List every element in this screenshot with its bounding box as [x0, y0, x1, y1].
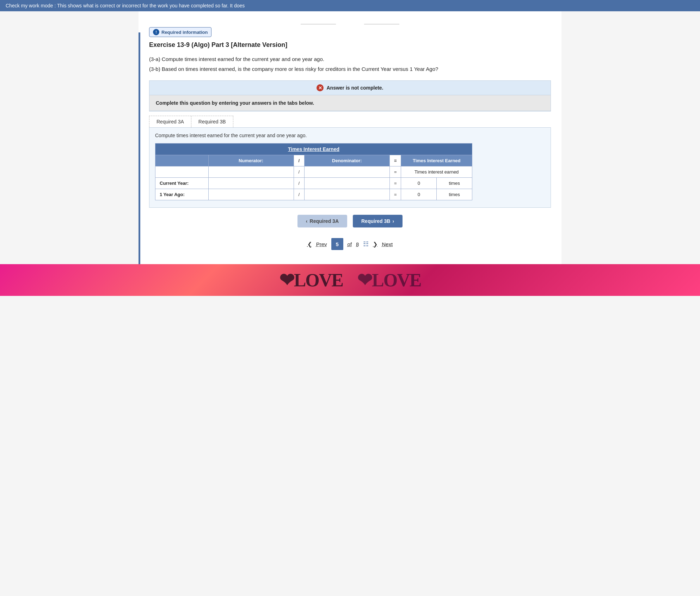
row-label-current-year: Current Year:	[155, 178, 209, 189]
denominator-input-1year[interactable]	[309, 192, 385, 197]
tab-description: Compute times interest earned for the cu…	[155, 133, 545, 138]
nav-buttons: ‹ Required 3A Required 3B ›	[149, 215, 551, 227]
prev-button-label: Required 3A	[310, 218, 339, 224]
row-label-0	[155, 166, 209, 178]
times-interest-table: Times Interest Earned Numerator: / Denom…	[155, 143, 472, 200]
of-label: of	[348, 241, 352, 247]
tab-required-3b[interactable]: Required 3B	[191, 116, 233, 127]
denominator-input-current[interactable]	[309, 181, 385, 186]
top-decoration	[149, 18, 551, 27]
error-icon: ✕	[317, 84, 324, 91]
required-info-badge: ! Required information	[149, 27, 551, 41]
complete-instruction: Complete this question by entering your …	[149, 95, 551, 111]
bottom-strip: ❤LOVE ❤LOVE	[0, 264, 700, 296]
page-number[interactable]: 5	[331, 238, 343, 250]
operator-slash-1year: /	[294, 189, 304, 200]
input-numerator-1year[interactable]	[208, 189, 294, 200]
required-badge-label: Required information	[161, 30, 208, 35]
pagination-next-arrow[interactable]: ❯	[373, 241, 377, 248]
total-pages: 8	[356, 241, 359, 247]
answer-status-box: ✕ Answer is not complete. Complete this …	[149, 80, 551, 111]
next-label[interactable]: Next	[382, 241, 393, 247]
next-button[interactable]: Required 3B ›	[353, 215, 403, 227]
table-row-1year-ago: 1 Year Ago: / = 0 times	[155, 189, 472, 200]
tab-required-3a[interactable]: Required 3A	[149, 116, 191, 127]
result-unit-1year: times	[437, 189, 472, 200]
table-row-current-year: Current Year: / = 0 times	[155, 178, 472, 189]
pagination-prev-arrow[interactable]: ❮	[307, 241, 312, 248]
numerator-input-1year[interactable]	[213, 192, 289, 197]
col-header-result: Times Interest Earned	[401, 155, 472, 166]
operator-slash-0: /	[294, 166, 304, 178]
input-denominator-current[interactable]	[304, 178, 389, 189]
answer-status-header: ✕ Answer is not complete.	[149, 81, 551, 95]
table-title: Times Interest Earned	[155, 144, 472, 155]
input-denominator-0[interactable]	[304, 166, 389, 178]
col-header-equals: =	[389, 155, 401, 166]
numerator-input-current[interactable]	[213, 181, 289, 186]
answer-status-text: Answer is not complete.	[326, 85, 383, 91]
operator-slash-current: /	[294, 178, 304, 189]
instructions: (3-a) Compute times interest earned for …	[149, 55, 551, 73]
denominator-input-0[interactable]	[309, 169, 385, 175]
table-row-header: / = Times interest earned	[155, 166, 472, 178]
result-value-1year: 0	[401, 189, 437, 200]
col-header-numerator: Numerator:	[208, 155, 294, 166]
result-unit-current: times	[437, 178, 472, 189]
result-value-current: 0	[401, 178, 437, 189]
grid-icon[interactable]: ☷	[363, 240, 369, 248]
left-border-indicator	[139, 32, 140, 264]
pagination: ❮ Prev 5 of 8 ☷ ❯ Next	[149, 227, 551, 257]
row-label-1year: 1 Year Ago:	[155, 189, 209, 200]
exclaim-icon: !	[153, 29, 159, 35]
prev-label[interactable]: Prev	[316, 241, 327, 247]
banner-text: Check my work mode : This shows what is …	[6, 3, 245, 8]
input-denominator-1year[interactable]	[304, 189, 389, 200]
tabs-container: Required 3A Required 3B	[149, 116, 233, 127]
instruction-a: (3-a) Compute times interest earned for …	[149, 55, 551, 63]
strip-text-1: ❤LOVE	[279, 269, 343, 291]
strip-text-2: ❤LOVE	[357, 269, 421, 291]
next-arrow-icon: ›	[392, 218, 394, 224]
result-label-0: Times interest earned	[401, 166, 472, 178]
input-numerator-0[interactable]	[208, 166, 294, 178]
top-banner: Check my work mode : This shows what is …	[0, 0, 700, 11]
col-header-slash: /	[294, 155, 304, 166]
operator-equals-current: =	[389, 178, 401, 189]
input-numerator-current[interactable]	[208, 178, 294, 189]
tab-content-area: Compute times interest earned for the cu…	[149, 127, 551, 208]
next-button-label: Required 3B	[361, 218, 390, 224]
operator-equals-1year: =	[389, 189, 401, 200]
numerator-input-0[interactable]	[213, 169, 289, 175]
operator-equals-0: =	[389, 166, 401, 178]
col-header-denominator: Denominator:	[304, 155, 389, 166]
prev-arrow-icon: ‹	[306, 218, 308, 224]
col-header-empty	[155, 155, 209, 166]
prev-button[interactable]: ‹ Required 3A	[297, 215, 347, 227]
exercise-title: Exercise 13-9 (Algo) Part 3 [Alternate V…	[149, 41, 551, 49]
instruction-b: (3-b) Based on times interest earned, is…	[149, 65, 551, 73]
